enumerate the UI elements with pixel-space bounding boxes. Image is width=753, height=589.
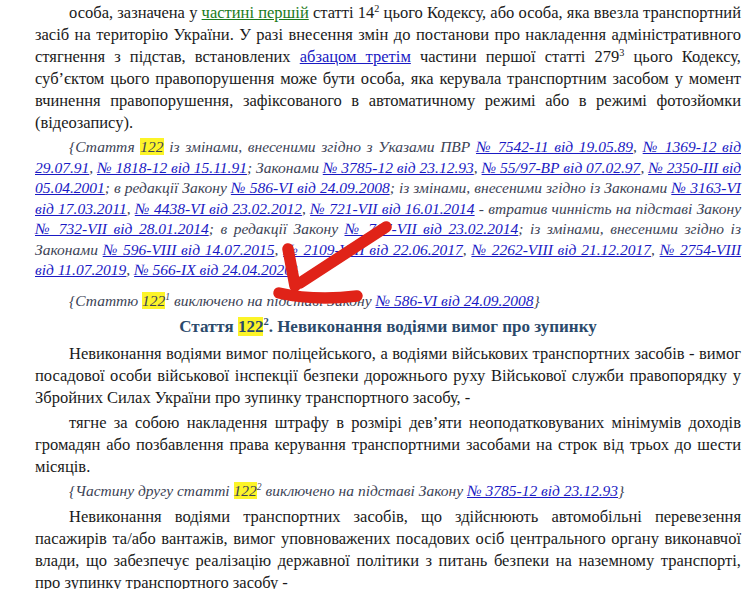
text-run: Стаття — [179, 317, 238, 336]
text-run: ; в редакції Закону — [105, 179, 231, 196]
text-run: частини першої статті 279 — [411, 47, 619, 66]
citation-article-122-1-excluded: {Статтю 1221 виключено на підставі Закон… — [35, 291, 741, 312]
text-run: , — [275, 241, 284, 258]
search-highlight: 122 — [238, 317, 264, 336]
text-run: особа, зазначена у — [69, 3, 202, 22]
law-link[interactable]: № 596-VIII від 14.07.2015 — [103, 241, 275, 258]
law-link[interactable]: № 55/97-ВР від 07.02.97 — [482, 159, 641, 176]
law-link[interactable]: № 767-VII від 23.02.2014 — [345, 220, 519, 237]
citation-article-122-history: {Стаття 122 із змінами, внесеними згідно… — [35, 137, 741, 281]
law-link[interactable]: № 3785-12 від 23.12.93 — [323, 159, 474, 176]
text-run: Невиконання водіями транспортних засобів… — [35, 507, 741, 589]
text-run: , — [127, 200, 135, 217]
text-run: , — [89, 159, 97, 176]
text-run: } — [618, 482, 624, 499]
law-link[interactable]: № 732-VII від 28.01.2014 — [35, 220, 209, 237]
search-highlight: 122 — [142, 292, 165, 309]
law-link[interactable]: № 2262-VIII від 21.12.2017 — [471, 241, 651, 258]
text-run: виключено на підставі Закону — [170, 292, 375, 309]
law-link[interactable]: № 4438-VI від 23.02.2012 — [135, 200, 302, 217]
text-run: статті 14 — [309, 3, 375, 22]
text-run: , — [633, 138, 643, 155]
law-link[interactable]: № 3785-12 від 23.12.93 — [467, 482, 618, 499]
law-link[interactable]: № 1818-12 від 15.11.91 — [97, 159, 247, 176]
paragraph-penalty-one: тягне за собою накладення штрафу в розмі… — [35, 412, 741, 478]
text-run: , — [302, 200, 310, 217]
citation-part-two-excluded: {Частину другу статті 1222 виключено на … — [35, 481, 741, 502]
text-run: із змінами, внесеними згідно з Указами П… — [164, 138, 476, 155]
search-highlight: 122 — [140, 138, 163, 155]
text-run: Невиконання водіями вимог поліцейського,… — [35, 344, 741, 407]
text-run: {Статтю — [69, 292, 142, 309]
search-highlight: 122 — [234, 482, 257, 499]
text-run: , — [126, 261, 134, 278]
text-run: , — [640, 159, 648, 176]
paragraph-offense-definition: Невиконання водіями вимог поліцейського,… — [35, 343, 741, 409]
heading-article-122-2: Стаття 1222. Невиконання водіями вимог п… — [35, 315, 741, 338]
law-link[interactable]: № 7542-11 від 19.05.89 — [476, 138, 633, 155]
text-run: , — [474, 159, 482, 176]
paragraph-offense-carriers: Невиконання водіями транспортних засобів… — [35, 506, 741, 589]
text-run: } — [292, 261, 298, 278]
text-run: тягне за собою накладення штрафу в розмі… — [35, 413, 741, 476]
text-run: . Невиконання водіями вимог про зупинку — [269, 317, 597, 336]
text-run: виключено на підставі Закону — [262, 482, 467, 499]
law-link[interactable]: № 566-IX від 24.04.2020 — [134, 261, 292, 278]
law-link[interactable]: № 586-VI від 24.09.2008 — [231, 179, 390, 196]
law-link[interactable]: абзацом третім — [300, 47, 411, 66]
law-link[interactable]: № 586-VI від 24.09.2008 — [376, 292, 534, 309]
text-run: - втратив чинність на підставі Закону — [475, 200, 741, 217]
text-run: , — [651, 241, 660, 258]
article-ref-link[interactable]: частині першій — [202, 3, 309, 22]
text-run: {Стаття — [69, 138, 140, 155]
text-run: ; із змінами, внесеними згідно із Закона… — [390, 179, 672, 196]
text-run: } — [533, 292, 539, 309]
text-run: ; в редакції Закону — [209, 220, 345, 237]
text-run: ; Законами — [247, 159, 323, 176]
law-link[interactable]: № 721-VII від 16.01.2014 — [310, 200, 475, 217]
law-link[interactable]: № 2109-VIII від 22.06.2017 — [283, 241, 463, 258]
text-run: {Частину другу статті — [69, 482, 234, 499]
legal-document-page: особа, зазначена у частині першій статті… — [0, 0, 753, 589]
paragraph-intro: особа, зазначена у частині першій статті… — [35, 2, 741, 134]
